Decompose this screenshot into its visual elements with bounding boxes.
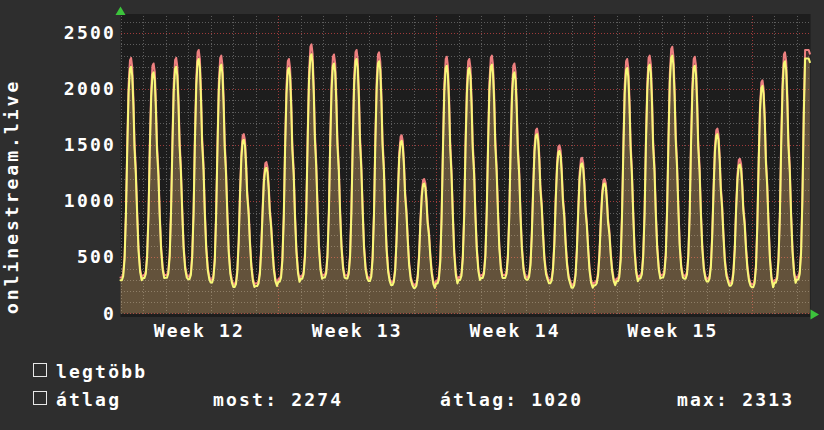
legend-label-atlag: átlag <box>56 390 121 410</box>
x-tick-label: Week 12 <box>154 321 245 341</box>
y-axis-arrow-icon <box>116 7 126 16</box>
y-tick-label: 1000 <box>6 191 116 211</box>
x-axis-arrow-icon <box>811 310 820 320</box>
legend-swatch-atlag <box>33 391 47 405</box>
stat-most: most: 2274 <box>213 390 343 410</box>
stat-atlag: átlag: 1020 <box>440 390 583 410</box>
legend-swatch-legtobb <box>33 363 47 377</box>
y-tick-label: 2500 <box>6 23 116 43</box>
legend-label-legtobb: legtöbb <box>56 362 147 382</box>
x-tick-label: Week 14 <box>469 321 560 341</box>
chart-area: onlinestream.live 05001000150020002500 W… <box>0 0 824 430</box>
y-tick-label: 2000 <box>6 79 116 99</box>
x-tick-label: Week 15 <box>627 321 718 341</box>
y-tick-label: 1500 <box>6 135 116 155</box>
y-tick-label: 500 <box>6 247 116 267</box>
stat-max: max: 2313 <box>677 390 794 410</box>
y-tick-label: 0 <box>6 304 116 324</box>
x-tick-label: Week 13 <box>312 321 403 341</box>
